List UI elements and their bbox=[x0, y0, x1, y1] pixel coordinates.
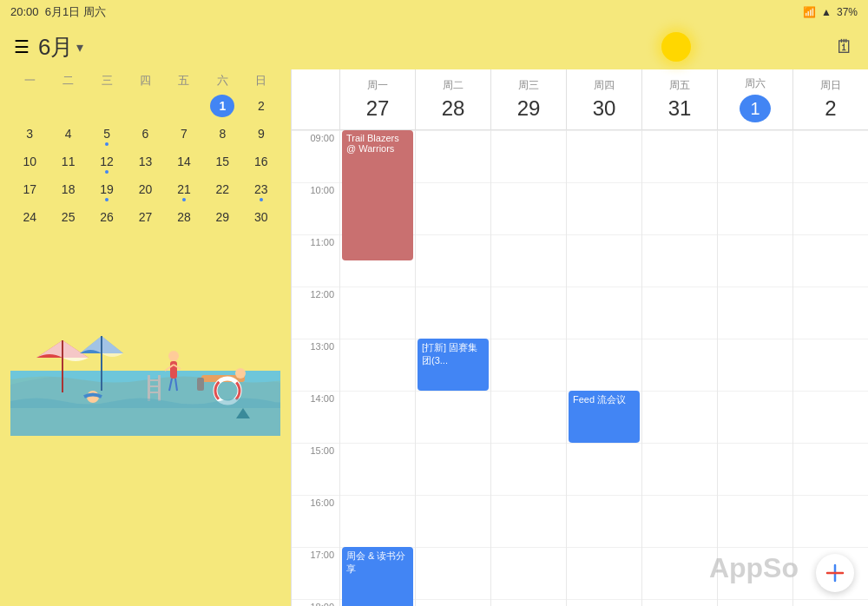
week-day-header[interactable]: 周二28 bbox=[415, 69, 490, 129]
day-column: Feed 流会议打球 bbox=[566, 130, 641, 606]
hour-line bbox=[793, 391, 868, 443]
mini-cal-cell[interactable]: 11 bbox=[49, 148, 87, 175]
mini-cal-cell[interactable]: 23 bbox=[242, 175, 280, 203]
mini-cal-cell bbox=[165, 92, 203, 120]
mini-cal-cell[interactable]: 10 bbox=[10, 148, 49, 175]
calendar-event[interactable]: Feed 流会议 bbox=[569, 391, 640, 443]
mini-cal-cell bbox=[88, 92, 126, 120]
hour-line bbox=[491, 495, 566, 547]
mini-cal-cell[interactable]: 5 bbox=[88, 120, 126, 148]
mini-cal-cell[interactable]: 8 bbox=[203, 120, 241, 148]
hour-line bbox=[416, 495, 490, 547]
mini-cal-header: 日 bbox=[242, 69, 280, 92]
hour-line bbox=[642, 495, 717, 547]
hour-line bbox=[718, 391, 792, 443]
plus-icon bbox=[823, 561, 847, 585]
mini-cal-cell[interactable]: 22 bbox=[203, 175, 241, 203]
hour-line bbox=[491, 547, 566, 599]
day-name: 周四 bbox=[594, 78, 615, 93]
time-slot: 13:00 bbox=[292, 339, 339, 391]
time-slot: 16:00 bbox=[292, 495, 339, 547]
mini-cal-cell[interactable]: 12 bbox=[88, 148, 126, 175]
svg-rect-15 bbox=[158, 375, 161, 401]
svg-rect-14 bbox=[148, 375, 150, 401]
week-day-header[interactable]: 周五31 bbox=[641, 69, 717, 129]
mini-cal-cell[interactable]: 29 bbox=[203, 203, 241, 231]
hour-line bbox=[416, 287, 490, 339]
mini-cal-cell[interactable]: 3 bbox=[10, 120, 49, 148]
calendar-event[interactable]: 周会 & 读书分享 bbox=[342, 547, 413, 606]
day-number: 1 bbox=[740, 95, 771, 122]
hour-line bbox=[793, 287, 868, 339]
hour-line bbox=[340, 443, 415, 495]
hour-line bbox=[793, 443, 868, 495]
hour-line bbox=[567, 182, 641, 234]
mini-cal-cell[interactable]: 15 bbox=[203, 148, 241, 175]
header-right: 🗓 bbox=[835, 36, 854, 58]
dropdown-icon[interactable]: ▾ bbox=[76, 39, 83, 56]
mini-cal-cell[interactable]: 14 bbox=[165, 148, 203, 175]
wifi-icon: 📶 bbox=[803, 6, 816, 18]
hour-line bbox=[416, 547, 490, 599]
calendar-event[interactable]: [打新] 固赛集团(3... bbox=[418, 339, 489, 391]
mini-cal-header: 三 bbox=[88, 69, 126, 92]
mini-cal-cell[interactable]: 18 bbox=[49, 175, 87, 203]
mini-cal-cell[interactable]: 30 bbox=[242, 203, 280, 231]
time-slot: 14:00 bbox=[292, 391, 339, 443]
mini-cal-cell[interactable]: 19 bbox=[88, 175, 126, 203]
mini-cal-cell[interactable]: 16 bbox=[242, 148, 280, 175]
svg-rect-7 bbox=[197, 378, 204, 391]
hour-line bbox=[491, 339, 566, 391]
menu-icon[interactable]: ☰ bbox=[14, 36, 30, 57]
svg-rect-17 bbox=[148, 385, 161, 387]
week-day-header[interactable]: 周日2 bbox=[792, 69, 868, 129]
week-header: 周一27周二28周三29周四30周五31周六1周日2 bbox=[292, 69, 868, 130]
add-event-button[interactable] bbox=[816, 554, 854, 592]
mini-cal-cell[interactable]: 21 bbox=[165, 175, 203, 203]
hour-line bbox=[642, 130, 717, 182]
mini-cal-cell[interactable]: 28 bbox=[165, 203, 203, 231]
header-title: 6月 ▾ bbox=[38, 32, 83, 63]
hour-line bbox=[793, 599, 868, 606]
week-day-header[interactable]: 周六1 bbox=[717, 69, 792, 129]
mini-cal-cell[interactable]: 1 bbox=[203, 92, 241, 120]
mini-cal-cell[interactable]: 26 bbox=[88, 203, 126, 231]
mini-cal-cell[interactable]: 24 bbox=[10, 203, 49, 231]
header-left: ☰ 6月 ▾ bbox=[14, 32, 83, 63]
mini-cal-cell[interactable]: 2 bbox=[242, 92, 280, 120]
hour-line bbox=[718, 547, 792, 599]
hour-line bbox=[793, 182, 868, 234]
hour-line bbox=[491, 443, 566, 495]
mini-cal-cell[interactable]: 13 bbox=[126, 148, 164, 175]
hour-line bbox=[567, 287, 641, 339]
battery-level: 37% bbox=[837, 6, 858, 18]
svg-rect-16 bbox=[148, 379, 161, 381]
week-body: 09:0010:0011:0012:0013:0014:0015:0016:00… bbox=[292, 130, 868, 606]
mini-cal-cell[interactable]: 25 bbox=[49, 203, 87, 231]
hour-line bbox=[416, 234, 490, 287]
mini-cal-row: 24252627282930 bbox=[10, 203, 280, 231]
svg-point-8 bbox=[168, 351, 179, 361]
days-grid: Trail Blazers @ Warriors周会 & 读书分享小组周会[打新… bbox=[339, 130, 868, 606]
mini-calendar: 一二三四五六日 12345678910111213141516171819202… bbox=[10, 69, 280, 231]
mini-cal-cell[interactable]: 9 bbox=[242, 120, 280, 148]
week-day-headers: 周一27周二28周三29周四30周五31周六1周日2 bbox=[339, 69, 868, 129]
mini-cal-cell[interactable]: 17 bbox=[10, 175, 49, 203]
week-day-header[interactable]: 周一27 bbox=[339, 69, 415, 129]
calendar-event[interactable]: Trail Blazers @ Warriors bbox=[342, 130, 413, 260]
mini-cal-cell[interactable]: 7 bbox=[165, 120, 203, 148]
week-day-header[interactable]: 周四30 bbox=[566, 69, 641, 129]
hour-line bbox=[416, 599, 490, 606]
hour-line bbox=[793, 495, 868, 547]
mini-cal-cell[interactable]: 6 bbox=[126, 120, 164, 148]
day-column: [打新] 固赛集团(3...按摩 bbox=[415, 130, 490, 606]
week-day-header[interactable]: 周三29 bbox=[490, 69, 566, 129]
calendar-view-icon[interactable]: 🗓 bbox=[835, 36, 854, 58]
mini-cal-cell[interactable]: 4 bbox=[49, 120, 87, 148]
time-slot: 09:00 bbox=[292, 130, 339, 182]
mini-cal-cell[interactable]: 20 bbox=[126, 175, 164, 203]
hour-line bbox=[793, 130, 868, 182]
mini-cal-cell[interactable]: 27 bbox=[126, 203, 164, 231]
mini-cal-cell bbox=[10, 92, 49, 120]
hour-line bbox=[416, 182, 490, 234]
